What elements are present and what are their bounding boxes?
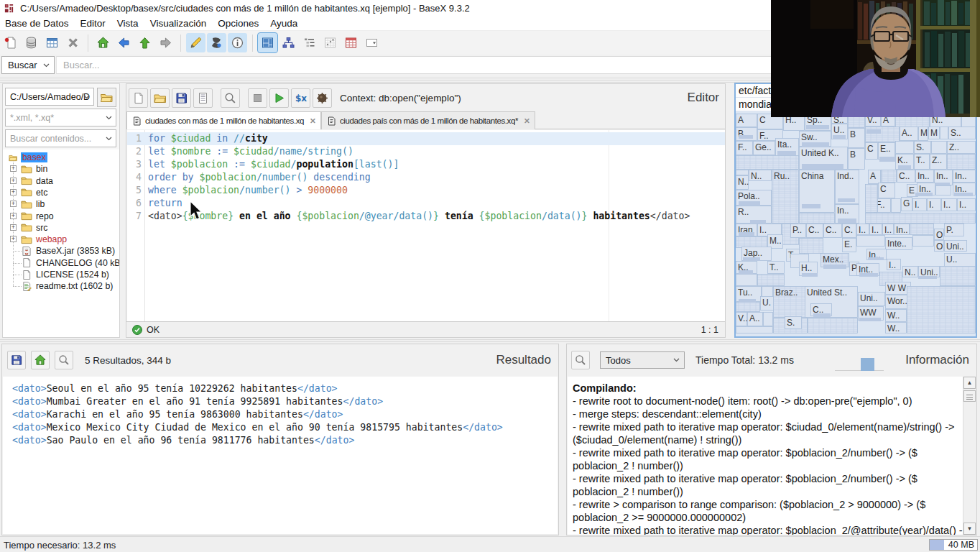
treemap-cell[interactable] [913,236,934,247]
treemap-cell[interactable] [758,275,785,286]
code-line-5[interactable]: 5where $poblacion/number() > 9000000 [127,184,725,197]
open-manage-database-button[interactable] [22,33,41,52]
code-editor[interactable]: 1for $ciudad in //city2let $nombre := $c… [127,130,725,321]
new-file-button[interactable] [129,88,148,108]
menu-item-editor[interactable]: Editor [75,16,111,31]
external-variables-button[interactable]: $x [291,88,310,108]
menu-item-opciones[interactable]: Opciones [212,16,264,31]
tree-item-etc[interactable]: etc [21,187,49,198]
find-result-button[interactable] [55,351,73,369]
tree-item-webapp[interactable]: webapp [21,234,68,245]
info-output[interactable]: Compilando:- rewrite root to document-no… [568,377,963,535]
treemap-cell[interactable] [736,275,757,286]
packages-button[interactable] [313,88,332,108]
toggle-info-button[interactable] [228,33,247,52]
treemap-cell[interactable] [932,142,947,154]
tree-item-repo[interactable]: repo [21,211,55,222]
tree-item-basex[interactable]: basex [7,152,47,163]
tree-item-bin[interactable]: bin [21,163,49,175]
tree-view-button[interactable] [279,33,298,52]
treemap-cell[interactable] [866,185,878,213]
treemap[interactable]: ACBF..F..Ge..Ita..H..Sp..S..Sw..U..Unite… [736,114,976,336]
search-mode-combo[interactable]: Buscar [1,56,55,74]
treemap-cell[interactable] [882,170,897,183]
explorer-view-button[interactable] [362,33,382,52]
treemap-cell[interactable] [940,127,948,139]
browse-folder-button[interactable] [97,88,116,107]
editor-tab-2[interactable]: ciudades país con más de 1 millón de hab… [321,111,535,129]
tree-item-src[interactable]: src [21,222,49,234]
tree-item-data[interactable]: data [21,175,55,187]
toggle-editor-button[interactable] [186,33,205,52]
treemap-cell[interactable] [736,170,749,175]
memory-indicator[interactable]: 40 MB [929,539,978,551]
treemap-cell[interactable] [940,267,976,286]
treemap-cell[interactable] [800,213,835,224]
code-line-1[interactable]: 1for $ciudad in //city [127,132,725,145]
treemap-cell[interactable] [736,237,767,248]
code-line-2[interactable]: 2let $nombre := $ciudad/name/string() [127,145,725,158]
scroll-down-button[interactable]: ▼ [963,523,976,535]
code-line-6[interactable]: 6return [127,197,725,210]
history-button[interactable] [193,88,213,108]
table-view-button[interactable] [341,33,361,52]
path-combo[interactable]: C:/Users/Amadeo/D [5,88,94,106]
tree-expander[interactable]: + [10,165,17,172]
menu-item-base-de-datos[interactable]: Base de Datos [0,16,75,31]
code-line-3[interactable]: 3let $poblacion := $ciudad/population[la… [127,158,725,171]
map-view-panel[interactable]: etc/fact mondia ACBF..F..Ge..Ita..H..Sp.… [734,83,977,338]
save-result-button[interactable] [7,351,26,369]
treemap-cell[interactable] [764,313,773,326]
close-database-button[interactable] [63,33,83,52]
tree-item-lib[interactable]: lib [21,198,46,210]
find-replace-button[interactable] [221,88,240,108]
treemap-cell[interactable] [896,142,914,154]
treemap-cell[interactable] [948,155,976,170]
treemap-cell[interactable] [800,239,823,254]
tree-item-license[interactable]: LICENSE (1524 b) [21,269,111,280]
run-query-button[interactable] [269,88,289,108]
treemap-cell[interactable] [857,236,885,247]
code-line-7[interactable]: 7<dato>{$nombre} en el año {$poblacion/@… [127,210,725,223]
tree-expander[interactable]: + [10,201,17,207]
content-search-combo[interactable]: Buscar contenidos... [5,129,116,147]
result-output[interactable]: <dato>Seoul en el año 95 tenía 10229262 … [3,377,558,534]
file-filter-combo[interactable]: *.xml, *.xq* [5,109,116,126]
scroll-up-button[interactable]: ▲ [963,377,976,389]
toggle-result-button[interactable] [207,33,226,52]
tree-item-basex.jar[interactable]: BaseX.jar (3853 kB) [21,245,116,257]
database-properties-button[interactable] [42,33,62,52]
treemap-cell[interactable] [866,127,900,142]
treemap-cell[interactable] [866,213,976,224]
tree-item-changelog[interactable]: CHANGELOG (40 kB) [21,257,119,269]
tree-expander[interactable]: + [10,236,17,242]
tab-close-icon[interactable]: ✕ [524,116,530,125]
tab-close-icon[interactable]: ✕ [310,116,316,125]
plot-view-button[interactable] [320,33,340,52]
treemap-cell[interactable] [736,327,773,334]
go-forward-button[interactable] [156,33,175,52]
tree-expander[interactable]: + [10,178,17,184]
map-view-button[interactable] [258,33,277,52]
save-file-button[interactable] [172,88,191,108]
editor-tab-1[interactable]: ciudades con más de 1 millón de habitant… [126,111,321,129]
tree-expander[interactable]: + [10,224,17,231]
tree-expander[interactable]: + [10,213,17,219]
open-file-button[interactable] [150,88,170,108]
tree-item-readme.txt[interactable]: readme.txt (1602 b) [21,280,114,292]
treemap-cell[interactable] [736,303,760,312]
stop-button[interactable] [248,88,267,108]
menu-item-vista[interactable]: Vista [111,16,144,31]
go-up-button[interactable] [135,33,154,52]
middle-splitter[interactable] [0,338,980,344]
result-home-button[interactable] [31,351,50,369]
treemap-cell[interactable] [910,224,934,235]
treemap-cell[interactable] [892,199,901,213]
treemap-cell[interactable] [808,318,858,334]
find-info-button[interactable] [571,351,590,369]
menu-item-ayuda[interactable]: Ayuda [264,16,303,31]
go-back-button[interactable] [114,33,134,52]
menu-item-visualizaci-n[interactable]: Visualización [144,16,213,31]
scrollbar-thumb[interactable] [963,390,976,402]
treemap-cell[interactable] [736,156,799,170]
